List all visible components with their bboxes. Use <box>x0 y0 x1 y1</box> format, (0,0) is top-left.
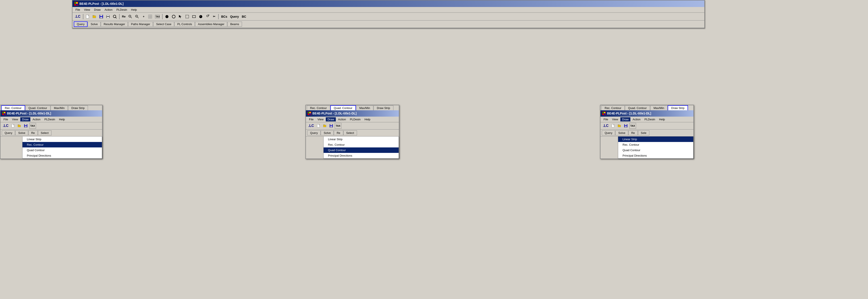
save-button[interactable] <box>98 14 104 20</box>
sub3-select-btn[interactable]: Sele <box>638 130 649 136</box>
tab-quad-contour-1[interactable]: Quad. Contour <box>25 106 51 110</box>
tax-button[interactable]: TAX <box>154 14 161 20</box>
sub1-open-btn[interactable] <box>17 123 22 129</box>
sub2-re-btn[interactable]: Re <box>334 130 343 136</box>
sub3-menu-file[interactable]: File <box>602 117 610 121</box>
sub2-tax-btn[interactable]: TAX <box>335 123 341 129</box>
menu-principal-dirs-1[interactable]: Principal Directions <box>23 153 102 158</box>
open-button[interactable] <box>91 14 97 20</box>
sub3-open-btn[interactable] <box>617 123 622 129</box>
grid-button[interactable] <box>147 14 153 20</box>
rect-select-button[interactable] <box>184 14 190 20</box>
sub2-query-btn[interactable]: Query <box>307 130 320 136</box>
lc-button[interactable]: .LC <box>74 14 82 20</box>
beams-button[interactable]: Beams <box>227 22 242 27</box>
sub3-menu-help[interactable]: Help <box>657 117 667 121</box>
sub1-menu-view[interactable]: View <box>10 117 20 121</box>
tab-draw-strip-1[interactable]: Draw Strip <box>68 106 88 110</box>
sub2-menu-action[interactable]: Action <box>336 117 348 121</box>
find-button[interactable] <box>127 14 133 20</box>
sub1-menu-pldesin[interactable]: PLDesin <box>42 117 57 121</box>
sub2-menu-pldesin[interactable]: PLDesin <box>348 117 362 121</box>
tab-maxmin-2[interactable]: Max/Min <box>356 106 373 110</box>
sub3-re-btn[interactable]: Re <box>628 130 638 136</box>
menu-file[interactable]: File <box>74 8 82 12</box>
tab-rec-contour-2[interactable]: Rec. Contour <box>307 106 330 110</box>
tab-rec-contour-1[interactable]: Rec. Contour <box>1 105 25 110</box>
menu-quad-contour-2[interactable]: Quad Contour <box>323 147 399 153</box>
sub2-menu-draw[interactable]: Draw <box>326 117 336 121</box>
assemblies-manager-button[interactable]: Assemblies Manager <box>195 22 227 27</box>
paths-manager-button[interactable]: Paths Manager <box>128 22 153 27</box>
sub1-menu-draw[interactable]: Draw <box>20 117 30 121</box>
rect-button[interactable] <box>191 14 197 20</box>
circle-button[interactable] <box>170 14 177 20</box>
zoom-in-button[interactable]: + <box>134 14 140 20</box>
tab-draw-strip-3[interactable]: Draw Strip <box>668 105 688 110</box>
menu-pldesin[interactable]: PLDesin <box>115 8 129 12</box>
sub3-lc-button[interactable]: .LC <box>602 123 610 129</box>
query-button[interactable]: Query <box>74 21 88 27</box>
menu-rec-contour-1[interactable]: Rec. Contour <box>23 142 102 147</box>
pl-controls-button[interactable]: PL Controls <box>174 22 195 27</box>
sub1-select-btn[interactable]: Select <box>38 130 52 136</box>
sub1-re-btn[interactable]: Re <box>28 130 38 136</box>
sub1-solve-btn[interactable]: Solve <box>15 130 28 136</box>
sub1-menu-action[interactable]: Action <box>31 117 42 121</box>
circle-fill-button[interactable] <box>164 14 170 20</box>
sub2-solve-btn[interactable]: Solve <box>321 130 334 136</box>
bc-button[interactable]: BC <box>241 14 247 20</box>
sub3-solve-btn[interactable]: Solve <box>615 130 628 136</box>
tab-maxmin-3[interactable]: Max/Min <box>650 106 668 110</box>
sub1-save-btn[interactable] <box>23 123 29 129</box>
sub3-query-btn[interactable]: Query <box>602 130 615 136</box>
menu-quad-contour-3[interactable]: Quad Contour <box>618 147 693 153</box>
sub2-menu-help[interactable]: Help <box>363 117 372 121</box>
sub1-menu-help[interactable]: Help <box>57 117 67 121</box>
zoom-button[interactable] <box>112 14 118 20</box>
sub3-menu-view[interactable]: View <box>610 117 620 121</box>
sub3-menu-action[interactable]: Action <box>631 117 642 121</box>
select-case-button[interactable]: Select Case <box>153 22 174 27</box>
sub3-menu-pldesin[interactable]: PLDesin <box>643 117 657 121</box>
solve-button[interactable]: Solve <box>88 22 101 27</box>
menu-linear-strip-2[interactable]: Linear Strip <box>323 137 399 142</box>
sub1-menu-file[interactable]: File <box>2 117 10 121</box>
menu-view[interactable]: View <box>82 8 92 12</box>
sub2-save-btn[interactable] <box>329 123 334 129</box>
print-button[interactable] <box>105 14 111 20</box>
cursor-button[interactable] <box>177 14 184 20</box>
menu-linear-strip-1[interactable]: Linear Strip <box>23 137 102 142</box>
sub1-tax-btn[interactable]: TAX <box>29 123 36 129</box>
tab-rec-contour-3[interactable]: Rec. Contour <box>601 106 625 110</box>
loads-button[interactable]: Query <box>229 14 240 20</box>
menu-principal-dirs-3[interactable]: Principal Directions <box>618 153 693 158</box>
sphere-button[interactable] <box>198 14 204 20</box>
sub2-open-btn[interactable] <box>322 123 328 129</box>
scissors-button[interactable]: ✂ <box>211 14 217 20</box>
re-button[interactable]: Re <box>121 14 127 20</box>
sub3-save-btn[interactable] <box>623 123 629 129</box>
sub1-new-btn[interactable] <box>10 123 16 129</box>
menu-draw[interactable]: Draw <box>92 8 102 12</box>
sub1-lc-button[interactable]: .LC <box>2 123 9 129</box>
tab-quad-contour-3[interactable]: Quad. Contour <box>625 106 650 110</box>
menu-principal-dirs-2[interactable]: Principal Directions <box>323 153 399 158</box>
menu-rec-contour-3[interactable]: Rec. Contour <box>618 142 693 147</box>
menu-quad-contour-1[interactable]: Quad Contour <box>23 147 102 153</box>
sub3-menu-draw[interactable]: Draw <box>620 117 630 121</box>
crosshair-button[interactable]: + <box>141 14 147 20</box>
tab-quad-contour-2[interactable]: Quad. Contour <box>330 105 356 110</box>
new-button[interactable] <box>85 14 91 20</box>
male-button[interactable] <box>205 14 211 20</box>
menu-linear-strip-3[interactable]: Linear Strip <box>618 137 693 142</box>
sub2-new-btn[interactable] <box>316 123 321 129</box>
sub3-tax-btn[interactable]: TAX <box>629 123 636 129</box>
sub1-query-btn[interactable]: Query <box>2 130 15 136</box>
menu-action[interactable]: Action <box>103 8 114 12</box>
menu-help[interactable]: Help <box>129 8 139 12</box>
tab-maxmin-1[interactable]: Max/Min <box>51 106 68 110</box>
sub2-select-btn[interactable]: Select <box>343 130 357 136</box>
sub2-menu-file[interactable]: File <box>307 117 315 121</box>
tab-draw-strip-2[interactable]: Draw Strip <box>374 106 394 110</box>
